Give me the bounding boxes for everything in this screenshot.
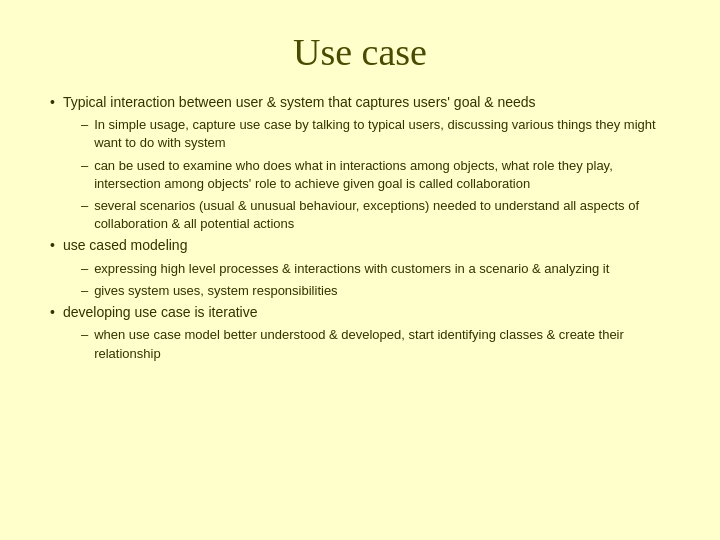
sub-dash-2a: – — [81, 261, 88, 276]
sub-text-1b: can be used to examine who does what in … — [94, 157, 670, 193]
sub-item-1a: – In simple usage, capture use case by t… — [81, 116, 670, 152]
sub-text-1a: In simple usage, capture use case by tal… — [94, 116, 670, 152]
bullet-symbol-2: • — [50, 237, 55, 253]
bullet-item-2: • use cased modeling – expressing high l… — [50, 235, 670, 300]
sub-dash-1b: – — [81, 158, 88, 173]
sub-item-1b: – can be used to examine who does what i… — [81, 157, 670, 193]
sub-dash-1c: – — [81, 198, 88, 213]
sub-dash-2b: – — [81, 283, 88, 298]
bullet-symbol-3: • — [50, 304, 55, 320]
slide-content: • Typical interaction between user & sys… — [50, 92, 670, 510]
sub-dash-1a: – — [81, 117, 88, 132]
sub-text-2a: expressing high level processes & intera… — [94, 260, 609, 278]
sub-item-2b: – gives system uses, system responsibili… — [81, 282, 609, 300]
sub-text-1c: several scenarios (usual & unusual behav… — [94, 197, 670, 233]
sub-item-3a: – when use case model better understood … — [81, 326, 670, 362]
bullet-symbol-1: • — [50, 94, 55, 110]
slide-title: Use case — [50, 30, 670, 74]
bullet-text-2: use cased modeling — [63, 237, 188, 253]
bullet-text-1: Typical interaction between user & syste… — [63, 94, 536, 110]
sub-list-1: – In simple usage, capture use case by t… — [81, 116, 670, 233]
bullet-text-3: developing use case is iterative — [63, 304, 258, 320]
slide: Use case • Typical interaction between u… — [0, 0, 720, 540]
sub-list-2: – expressing high level processes & inte… — [81, 260, 609, 300]
sub-text-2b: gives system uses, system responsibiliti… — [94, 282, 337, 300]
sub-dash-3a: – — [81, 327, 88, 342]
sub-item-1c: – several scenarios (usual & unusual beh… — [81, 197, 670, 233]
sub-item-2a: – expressing high level processes & inte… — [81, 260, 609, 278]
bullet-item-3: • developing use case is iterative – whe… — [50, 302, 670, 363]
sub-text-3a: when use case model better understood & … — [94, 326, 670, 362]
bullet-item-1: • Typical interaction between user & sys… — [50, 92, 670, 233]
sub-list-3: – when use case model better understood … — [81, 326, 670, 362]
